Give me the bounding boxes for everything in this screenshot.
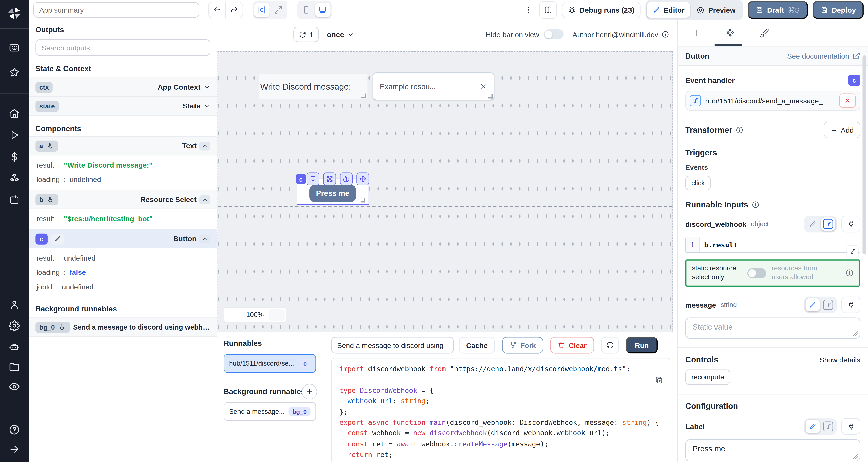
- runs-play-icon[interactable]: [9, 130, 20, 140]
- mobile-view-button[interactable]: [299, 3, 314, 17]
- refresh-count-button[interactable]: 1: [293, 27, 319, 42]
- deploy-button[interactable]: Deploy: [812, 1, 864, 19]
- tab-editor[interactable]: Editor: [647, 2, 690, 18]
- connect-plug-button[interactable]: [841, 418, 860, 435]
- expand-icon[interactable]: [323, 173, 336, 185]
- selected-component-id-tab[interactable]: c: [296, 174, 306, 184]
- resize-handle[interactable]: [361, 198, 365, 202]
- dock-down-icon[interactable]: [307, 173, 319, 185]
- discord-webhook-expression-editor[interactable]: 1 b.result: [685, 237, 860, 253]
- fullscreen-layout-button[interactable]: [271, 3, 286, 17]
- clear-button[interactable]: Clear: [550, 337, 594, 354]
- canvas-resource-select-component[interactable]: Example resou...: [373, 72, 494, 100]
- zoom-in-button[interactable]: [269, 308, 284, 321]
- static-pencil-toggle[interactable]: [806, 420, 820, 433]
- chevron-up-icon[interactable]: [199, 195, 210, 204]
- eval-function-toggle[interactable]: f: [821, 420, 835, 433]
- pencil-icon[interactable]: [51, 233, 64, 244]
- background-runnable-item[interactable]: Send a message... bg_0: [224, 402, 316, 421]
- home-icon[interactable]: [9, 108, 20, 119]
- move-icon[interactable]: [356, 173, 369, 185]
- undo-button[interactable]: [209, 2, 225, 18]
- expand-editor-icon[interactable]: [847, 245, 858, 257]
- component-row-b[interactable]: b Resource Select: [29, 190, 217, 209]
- eval-function-toggle[interactable]: f: [821, 298, 835, 311]
- resize-handle[interactable]: [488, 94, 493, 98]
- tab-preview[interactable]: Preview: [690, 2, 742, 18]
- eval-function-toggle[interactable]: f: [821, 218, 835, 231]
- add-background-runnable-button[interactable]: [302, 384, 317, 399]
- copy-icon[interactable]: [655, 376, 663, 384]
- chevron-up-icon[interactable]: [199, 141, 210, 150]
- chevron-down-icon[interactable]: [203, 84, 210, 91]
- code-editor[interactable]: import discordwebhook from "https://deno…: [331, 358, 671, 462]
- app-summary-input[interactable]: [33, 2, 199, 18]
- output-row-state[interactable]: state State: [29, 97, 217, 116]
- expression-value[interactable]: b.result: [700, 237, 860, 252]
- redo-button[interactable]: [225, 2, 242, 18]
- inspector-scrollbar[interactable]: [862, 56, 866, 255]
- connect-plug-button[interactable]: [841, 216, 860, 232]
- resources-cubes-icon[interactable]: [9, 173, 20, 185]
- static-pencil-toggle[interactable]: [806, 218, 820, 231]
- chevron-up-icon[interactable]: [199, 234, 210, 243]
- see-documentation-link[interactable]: See documentation: [787, 52, 860, 60]
- audit-eye-icon[interactable]: [9, 381, 20, 393]
- favorites-star-icon[interactable]: [9, 67, 20, 78]
- zoom-out-button[interactable]: [224, 311, 241, 319]
- info-icon[interactable]: [661, 31, 669, 38]
- textarea-resize-handle[interactable]: [852, 331, 858, 336]
- anchor-icon[interactable]: [340, 173, 352, 185]
- windmill-logo-icon[interactable]: [7, 6, 22, 21]
- static-pencil-toggle[interactable]: [806, 298, 820, 311]
- recompute-chip[interactable]: recompute: [685, 369, 730, 385]
- app-editor-icon[interactable]: [9, 42, 20, 54]
- centered-layout-button[interactable]: [254, 3, 270, 17]
- search-outputs-input[interactable]: [35, 39, 210, 56]
- textarea-resize-handle[interactable]: [852, 454, 858, 459]
- hide-bar-toggle[interactable]: [544, 29, 564, 39]
- users-person-icon[interactable]: [9, 299, 20, 310]
- component-row-a[interactable]: a Text: [29, 136, 217, 156]
- info-icon[interactable]: [751, 201, 759, 209]
- insert-component-tab[interactable]: [691, 28, 701, 38]
- add-transformer-button[interactable]: Add: [824, 122, 860, 138]
- variables-dollar-icon[interactable]: [9, 152, 20, 163]
- refresh-mode-dropdown[interactable]: once: [327, 30, 354, 38]
- info-icon[interactable]: [845, 269, 854, 277]
- help-icon[interactable]: [9, 424, 20, 436]
- cache-button[interactable]: Cache: [459, 337, 495, 354]
- draft-button[interactable]: Draft⌘S: [748, 1, 808, 19]
- run-button[interactable]: Run: [626, 337, 658, 354]
- app-canvas[interactable]: Write Discord message: Example resou... …: [218, 52, 673, 333]
- workers-robot-icon[interactable]: [9, 341, 20, 353]
- info-icon[interactable]: [735, 126, 743, 134]
- kebab-menu-icon[interactable]: [523, 6, 534, 14]
- output-row-ctx[interactable]: ctx App Context: [29, 77, 217, 97]
- clear-selection-icon[interactable]: [479, 82, 487, 90]
- component-settings-tab[interactable]: [724, 27, 736, 38]
- desktop-view-button[interactable]: [315, 3, 331, 17]
- show-details-link[interactable]: Show details: [819, 355, 860, 364]
- canvas-button-component[interactable]: Press me: [309, 185, 356, 202]
- label-value-textarea[interactable]: Press me: [685, 439, 860, 461]
- refresh-script-button[interactable]: [601, 337, 619, 354]
- script-name-input[interactable]: [331, 337, 454, 354]
- connect-plug-button[interactable]: [841, 297, 860, 313]
- resource-mode-toggle[interactable]: [747, 268, 766, 278]
- runnable-item-selected[interactable]: hub/1511/discord/se... c: [224, 354, 316, 373]
- schedules-calendar-icon[interactable]: [9, 194, 20, 205]
- fork-button[interactable]: Fork: [502, 337, 543, 354]
- docs-book-button[interactable]: [539, 1, 557, 19]
- background-runnable-row[interactable]: bg_0 Send a message to discord using web…: [29, 318, 217, 337]
- canvas-text-component[interactable]: Write Discord message:: [259, 74, 368, 99]
- debug-runs-button[interactable]: Debug runs (23): [562, 2, 640, 18]
- resize-handle[interactable]: [361, 94, 367, 98]
- styling-paintbrush-tab[interactable]: [759, 28, 769, 38]
- component-row-c[interactable]: c Button: [29, 229, 217, 249]
- folders-icon[interactable]: [9, 361, 20, 373]
- collapse-arrow-icon[interactable]: [9, 444, 20, 454]
- chevron-down-icon[interactable]: [203, 102, 210, 110]
- message-static-value-textarea[interactable]: Static value: [685, 318, 860, 338]
- click-event-chip[interactable]: click: [685, 176, 711, 190]
